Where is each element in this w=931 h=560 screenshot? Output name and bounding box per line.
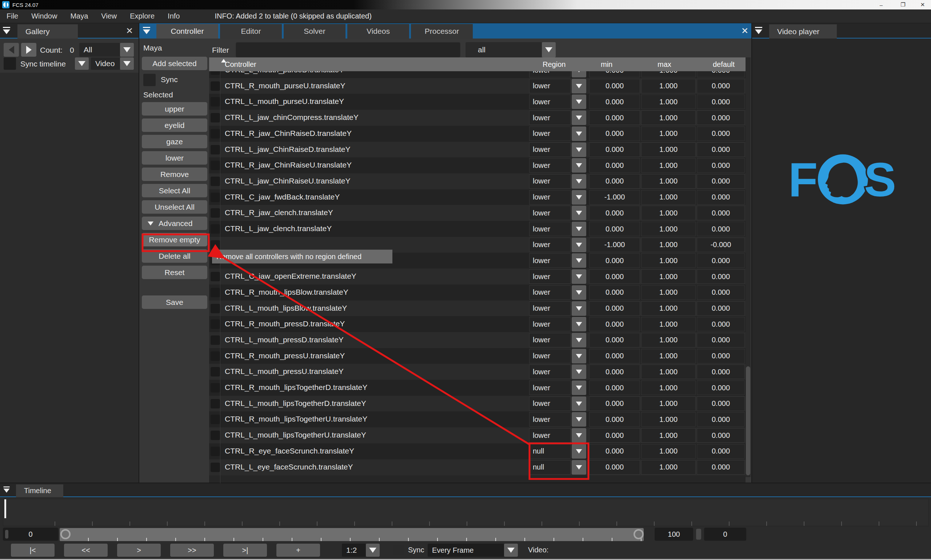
minimize-button[interactable]: –	[873, 0, 889, 9]
min-cell[interactable]: 0.000	[589, 94, 640, 109]
tab-solver[interactable]: Solver	[284, 24, 345, 38]
max-cell[interactable]: 1.000	[641, 79, 696, 93]
max-cell[interactable]: 1.000	[641, 269, 696, 284]
collapse-panel-icon[interactable]	[4, 486, 10, 494]
table-row[interactable]: CTRL_C_jaw_fwdBack.translateY lower -1.0…	[209, 189, 746, 205]
table-row[interactable]: CTRL_L_jaw_clench.translateY lower 0.000…	[209, 221, 746, 237]
min-cell[interactable]: 0.000	[589, 412, 640, 427]
default-cell[interactable]: 0.000	[697, 222, 745, 236]
filter-input[interactable]	[236, 42, 461, 57]
region-dropdown-button[interactable]	[572, 317, 586, 331]
row-checkbox[interactable]	[211, 399, 220, 408]
row-checkbox[interactable]	[211, 208, 220, 218]
min-cell[interactable]: 0.000	[589, 380, 640, 395]
max-cell[interactable]: 1.000	[641, 444, 696, 458]
min-cell[interactable]: 0.000	[589, 253, 640, 268]
step-back-button[interactable]: <<	[64, 544, 108, 557]
tab-editor[interactable]: Editor	[220, 24, 282, 38]
menu-info[interactable]: Info	[161, 9, 186, 23]
max-cell[interactable]: 1.000	[641, 365, 696, 379]
min-cell[interactable]: 0.000	[589, 269, 640, 284]
max-cell[interactable]: 1.000	[641, 94, 696, 109]
table-row[interactable]: CTRL_L_jaw_ChinRaiseU.translateY lower 0…	[209, 173, 746, 189]
default-cell[interactable]: 0.000	[697, 190, 745, 205]
collapse-panel-icon[interactable]	[143, 27, 150, 35]
region-cell[interactable]: lower	[529, 94, 570, 109]
row-checkbox[interactable]	[211, 272, 220, 281]
range-slider-left-handle[interactable]	[60, 529, 71, 539]
region-dropdown-button[interactable]	[572, 206, 586, 220]
region-cell[interactable]: lower	[529, 111, 570, 125]
table-row[interactable]: CTRL_L_mouth_lipsBlow.translateY lower 0…	[209, 300, 746, 317]
table-row[interactable]: CTRL_C_jaw_openExtreme.translateY lower …	[209, 269, 746, 285]
region-cell[interactable]: lower	[529, 349, 570, 363]
min-cell[interactable]: 0.000	[589, 143, 640, 157]
table-row[interactable]: CTRL_R_mouth_pressU.translateY lower 0.0…	[209, 348, 746, 364]
gallery-filter-dropdown-button[interactable]	[120, 43, 134, 57]
step-forward-button[interactable]: >>	[170, 544, 214, 557]
table-row[interactable]: CTRL_R_eye_faceScrunch.translateY null 0…	[209, 443, 746, 459]
default-cell[interactable]: 0.000	[697, 301, 745, 316]
collapse-panel-icon[interactable]	[3, 27, 10, 35]
region-dropdown-button[interactable]	[572, 126, 586, 141]
region-dropdown-button[interactable]	[572, 143, 586, 157]
go-to-end-button[interactable]: >|	[223, 544, 267, 557]
menu-window[interactable]: Window	[25, 9, 64, 23]
max-cell[interactable]: 1.000	[641, 317, 696, 331]
region-cell[interactable]: null	[529, 444, 570, 458]
region-cell[interactable]: lower	[529, 158, 570, 172]
default-cell[interactable]: 0.000	[697, 365, 745, 379]
min-cell[interactable]: 0.000	[589, 365, 640, 379]
region-dropdown-button[interactable]	[572, 253, 586, 268]
sync-timeline-dropdown-button[interactable]	[75, 57, 89, 70]
min-cell[interactable]: 0.000	[589, 397, 640, 411]
reset-button[interactable]: Reset	[142, 266, 207, 279]
row-checkbox[interactable]	[211, 145, 220, 154]
row-checkbox[interactable]	[211, 463, 220, 472]
region-dropdown-button[interactable]	[572, 460, 586, 475]
table-row[interactable]: CTRL_L_mouth_lipsTogetherU.translateY lo…	[209, 428, 746, 443]
remove-button[interactable]: Remove	[142, 168, 207, 181]
region-dropdown-button[interactable]	[572, 380, 586, 395]
row-checkbox[interactable]	[211, 335, 220, 345]
region-dropdown-button[interactable]	[572, 301, 586, 316]
max-cell[interactable]: 1.000	[641, 126, 696, 141]
default-cell[interactable]: 0.000	[697, 126, 745, 141]
region-dropdown-button[interactable]	[572, 190, 586, 205]
filter-scope-dropdown[interactable]: all	[466, 42, 542, 57]
save-button[interactable]: Save	[142, 295, 207, 309]
region-cell[interactable]: lower	[529, 397, 570, 411]
min-cell[interactable]: -1.000	[589, 238, 640, 252]
select-all-button[interactable]: Select All	[142, 184, 207, 197]
max-cell[interactable]: 1.000	[641, 158, 696, 172]
min-cell[interactable]: 0.000	[589, 460, 640, 475]
row-checkbox[interactable]	[211, 82, 220, 91]
menu-file[interactable]: File	[0, 9, 25, 23]
header-default[interactable]: default	[713, 60, 735, 69]
gallery-video-dropdown[interactable]: Video	[91, 57, 120, 70]
region-dropdown-button[interactable]	[572, 444, 586, 458]
tab-controller[interactable]: Controller	[156, 24, 218, 38]
min-cell[interactable]: -1.000	[589, 190, 640, 205]
header-controller[interactable]: Controller	[225, 60, 256, 69]
range-splitter[interactable]	[696, 529, 701, 540]
min-cell[interactable]: 0.000	[589, 428, 640, 443]
row-checkbox[interactable]	[211, 415, 220, 424]
region-dropdown-button[interactable]	[572, 111, 586, 125]
region-cell[interactable]: lower	[529, 269, 570, 284]
region-dropdown-button[interactable]	[572, 428, 586, 443]
table-header[interactable]: Controller Region min max default	[209, 57, 746, 71]
range-slider[interactable]	[60, 528, 644, 541]
menu-maya[interactable]: Maya	[64, 9, 94, 23]
region-cell[interactable]: lower	[529, 301, 570, 316]
current-frame-box[interactable]: 0	[3, 528, 58, 541]
region-cell[interactable]: lower	[529, 143, 570, 157]
min-cell[interactable]: 0.000	[589, 158, 640, 172]
range-slider-right-handle[interactable]	[634, 529, 644, 539]
default-cell[interactable]: 0.000	[697, 333, 745, 348]
default-cell[interactable]: 0.000	[697, 111, 745, 125]
region-dropdown-button[interactable]	[572, 79, 586, 93]
default-cell[interactable]: 0.000	[697, 143, 745, 157]
delete-all-button[interactable]: Delete all	[142, 249, 207, 263]
min-cell[interactable]: 0.000	[589, 206, 640, 220]
